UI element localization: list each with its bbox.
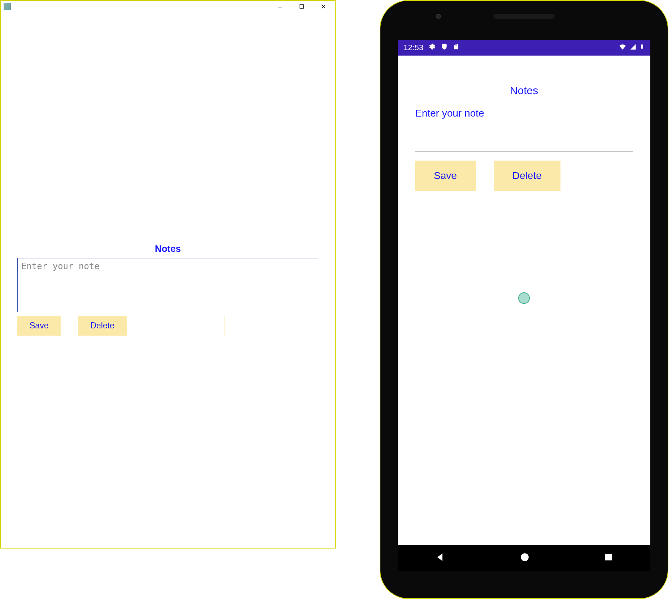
page-title: Notes <box>17 243 318 254</box>
minimize-icon <box>278 4 283 9</box>
close-icon <box>321 4 326 9</box>
save-button[interactable]: Save <box>415 161 476 191</box>
svg-rect-1 <box>300 5 304 8</box>
delete-button[interactable]: Delete <box>78 316 126 336</box>
back-button[interactable] <box>435 552 445 564</box>
touch-indicator-icon <box>518 292 530 304</box>
desktop-content: Notes Save Delete <box>1 12 335 336</box>
save-button[interactable]: Save <box>17 316 61 336</box>
note-input[interactable] <box>17 258 318 312</box>
window-controls <box>274 2 330 11</box>
phone-device: 12:53 <box>380 0 668 599</box>
sd-card-icon <box>453 43 459 52</box>
camera-dot <box>436 14 441 19</box>
app-icon <box>4 3 11 10</box>
statusbar-right <box>619 43 645 53</box>
maximize-icon <box>299 4 304 9</box>
minimize-button[interactable] <box>274 2 287 11</box>
note-input[interactable] <box>415 105 633 152</box>
speaker-grill <box>493 14 555 19</box>
maximize-button[interactable] <box>295 2 308 11</box>
android-navbar <box>398 545 650 571</box>
delete-button[interactable]: Delete <box>494 161 560 191</box>
svg-point-4 <box>521 553 529 561</box>
divider <box>224 316 224 336</box>
recents-button[interactable] <box>604 553 613 563</box>
close-button[interactable] <box>317 2 330 11</box>
phone-screen: 12:53 <box>398 40 650 545</box>
home-button[interactable] <box>520 552 529 563</box>
shield-icon <box>441 43 448 52</box>
svg-rect-5 <box>605 554 612 560</box>
wifi-icon <box>619 43 627 52</box>
button-row: Save Delete <box>415 161 633 191</box>
status-time: 12:53 <box>403 43 423 52</box>
window-titlebar <box>1 1 335 12</box>
app-body: Notes Save Delete <box>398 56 650 191</box>
gear-icon <box>428 43 436 52</box>
spacer <box>17 12 318 243</box>
statusbar-left: 12:53 <box>403 43 459 52</box>
page-title: Notes <box>415 84 633 97</box>
button-row: Save Delete <box>17 316 318 336</box>
signal-icon <box>629 43 637 52</box>
phone-bezel: 12:53 <box>385 7 663 592</box>
status-bar: 12:53 <box>398 40 650 56</box>
battery-icon <box>640 43 645 53</box>
note-input-wrap <box>415 105 633 152</box>
desktop-window: Notes Save Delete <box>0 0 336 549</box>
